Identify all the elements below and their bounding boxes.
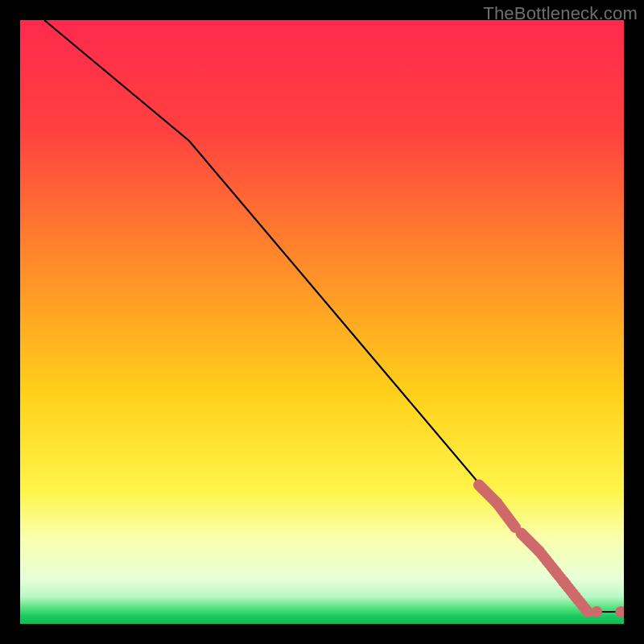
bottleneck-curve: [44, 20, 624, 612]
chart-canvas: TheBottleneck.com: [0, 0, 644, 644]
data-marker: [591, 606, 602, 617]
data-marker: [615, 606, 624, 617]
watermark-text: TheBottleneck.com: [483, 3, 638, 24]
chart-overlay: [20, 20, 624, 624]
marker-group: [473, 480, 624, 618]
plot-area: [20, 20, 624, 624]
